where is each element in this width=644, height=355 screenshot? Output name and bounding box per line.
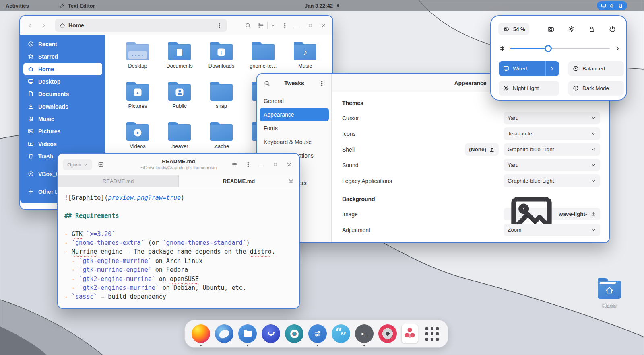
tweaks-nav-keyboard-mouse[interactable]: Keyboard & Mouse [260, 135, 329, 149]
dock-icon-terminal[interactable]: >_ [355, 324, 374, 343]
sidebar-item-home[interactable]: Home [23, 63, 102, 75]
sidebar-item-documents[interactable]: Documents [23, 88, 102, 100]
volume-knob[interactable] [545, 45, 552, 52]
maximize-icon [273, 162, 278, 167]
dock-icon-text-editor[interactable]: “„ [332, 324, 350, 343]
tile-wired[interactable]: Wired [499, 61, 559, 76]
back-button[interactable] [24, 20, 35, 31]
editor-tab-1[interactable]: README.md [58, 175, 179, 187]
sidebar-item-music[interactable]: Music [23, 113, 102, 125]
divider [267, 22, 268, 29]
power-icon [609, 26, 616, 33]
sidebar-item-downloads[interactable]: Downloads [23, 100, 102, 113]
folder-desktop[interactable]: Desktop [117, 40, 159, 80]
desktop: Home Home RecentStarredHomeDeskt [0, 0, 644, 355]
power-button[interactable] [608, 25, 617, 33]
dropdown-adjustment[interactable]: Zoom [504, 224, 600, 236]
battery-indicator[interactable]: 54 % [498, 23, 529, 35]
dock-icon-app-grid[interactable] [423, 324, 441, 343]
folder-documents[interactable]: Documents [159, 40, 200, 80]
files-menu-button[interactable] [279, 20, 290, 31]
dock-icon-help[interactable] [285, 324, 303, 343]
section-heading-lock-screen: Lock Screen [342, 238, 600, 242]
chevron-right-icon[interactable] [615, 46, 621, 52]
new-tab-button[interactable] [95, 159, 106, 170]
tile-balanced[interactable]: Balanced [568, 61, 624, 76]
plus-icon [28, 189, 34, 195]
tweaks-search-button[interactable] [262, 78, 272, 88]
path-label: Home [68, 22, 84, 29]
dock-icon-thunderbird[interactable] [215, 324, 233, 343]
editor-panel-button[interactable] [229, 159, 239, 170]
tweaks-nav-appearance[interactable]: Appearance [260, 108, 329, 121]
tweaks-nav-general[interactable]: General [260, 94, 329, 108]
search-button[interactable] [243, 20, 253, 31]
clock-button[interactable]: Jan 3 22:42 [305, 3, 339, 9]
star-icon [28, 53, 34, 60]
setting-label: Icons [342, 131, 355, 137]
home-desktop-icon[interactable]: Home [595, 281, 624, 308]
sidebar-item-starred[interactable]: Starred [23, 50, 102, 63]
app-menu[interactable]: Text Editor [54, 0, 101, 11]
dock-icon-tweaks[interactable] [308, 324, 327, 343]
editor-line [64, 220, 293, 229]
shell-none-button[interactable]: (None) [465, 143, 499, 156]
folder-glyph [244, 331, 252, 337]
tweaks-menu-button[interactable] [317, 78, 326, 88]
folder-downloads[interactable]: ↓Downloads [200, 40, 242, 80]
dock-icon-theme-file[interactable] [402, 324, 418, 343]
file-chooser-image[interactable]: wave-light-nord-ubuntu.png [504, 208, 600, 220]
list-view-button[interactable] [256, 20, 266, 31]
music-icon [28, 116, 34, 122]
setting-row-cursor: CursorYaru [342, 110, 600, 126]
dropdown-cursor[interactable]: Yaru [504, 112, 600, 124]
minimize-button[interactable] [292, 20, 303, 31]
sidebar-item-pictures[interactable]: Pictures [23, 125, 102, 137]
forward-button[interactable] [38, 20, 49, 31]
system-tray[interactable] [597, 1, 627, 10]
search-icon [264, 80, 270, 86]
lock-button[interactable] [587, 25, 596, 33]
maximize-button[interactable] [270, 159, 281, 170]
battery-icon [618, 3, 623, 8]
tile-expand[interactable] [545, 61, 555, 76]
folder-public[interactable]: Public [159, 80, 200, 121]
view-options-button[interactable] [269, 20, 277, 31]
dock-icon-firefox[interactable] [192, 324, 210, 343]
close-button[interactable] [284, 159, 294, 170]
minimize-button[interactable] [256, 159, 267, 170]
down-badge-icon: ↓ [218, 48, 225, 56]
editor-tab-2[interactable]: README.md [179, 175, 299, 187]
dock-icon-files[interactable] [238, 324, 257, 343]
path-bar[interactable]: Home [55, 19, 227, 32]
path-menu-icon[interactable] [217, 23, 222, 28]
maximize-button[interactable] [305, 20, 316, 31]
open-button[interactable]: Open [63, 159, 92, 170]
folder-pictures[interactable]: ▲Pictures [117, 80, 159, 121]
sidebar-item-desktop[interactable]: Desktop [23, 75, 102, 88]
dock-icon-software[interactable] [262, 324, 280, 343]
camera-button[interactable] [546, 25, 555, 33]
maximize-icon [308, 23, 313, 28]
tweaks-nav-fonts[interactable]: Fonts [260, 121, 329, 135]
editor-content[interactable]: ![Graphite](preview.png?raw=true)## Requ… [58, 187, 299, 308]
dock-icon-media[interactable] [378, 324, 397, 343]
sidebar-item-videos[interactable]: Videos [23, 137, 102, 150]
tab-close-icon[interactable] [288, 178, 294, 185]
dropdown-sound[interactable]: Yaru [504, 159, 600, 171]
tile-night-light[interactable]: Night Light [499, 81, 559, 96]
sidebar-item-recent[interactable]: Recent [23, 38, 102, 50]
dropdown-shell[interactable]: Graphite-blue-Light [504, 143, 600, 156]
tile-dark-mode[interactable]: Dark Mode [568, 81, 624, 96]
setting-label: Legacy Applications [342, 178, 392, 184]
volume-slider[interactable] [510, 48, 610, 49]
upload-icon [590, 211, 596, 217]
editor-menu-button[interactable] [243, 159, 253, 170]
editor-title: README.md ~/Downloads/Graphite-gtk-theme… [140, 158, 217, 171]
dropdown-icons[interactable]: Tela-circle [504, 127, 600, 140]
folder-snap[interactable]: snap [200, 80, 242, 121]
chevron-down-icon [591, 115, 596, 121]
gear-button[interactable] [567, 25, 576, 33]
close-button[interactable] [318, 20, 328, 31]
activities-button[interactable]: Activities [0, 0, 35, 11]
